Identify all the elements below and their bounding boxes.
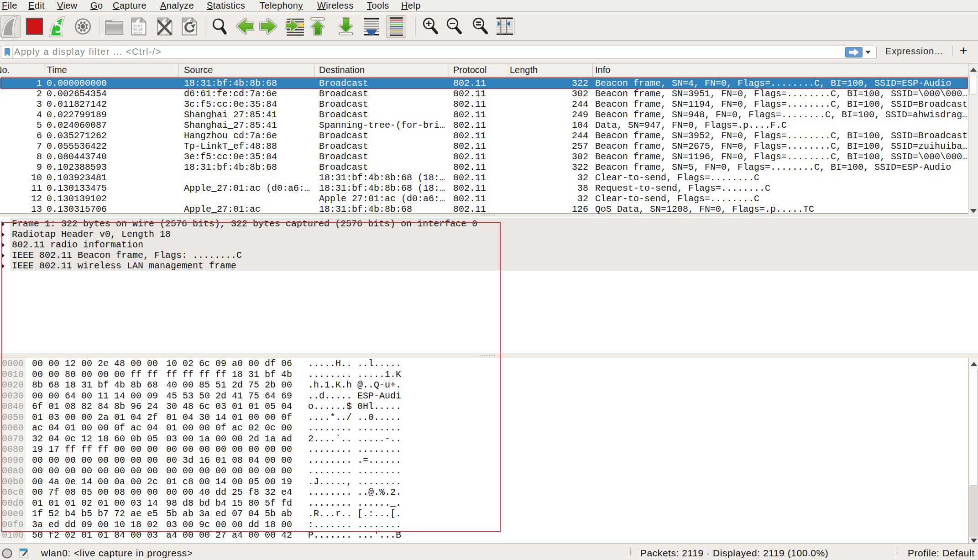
- svg-text:011: 011: [184, 32, 191, 36]
- svg-text:0111: 0111: [134, 31, 143, 36]
